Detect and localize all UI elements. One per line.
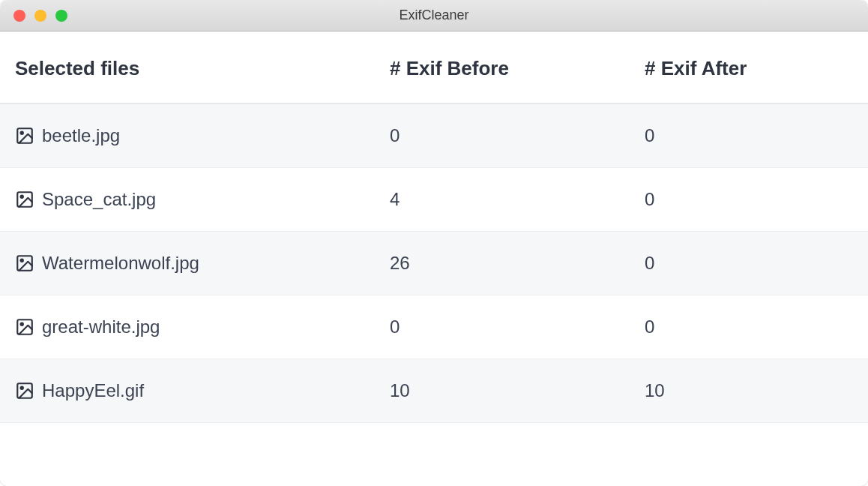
table-body: beetle.jpg00 Space_cat.jpg40 Watermelonw… (0, 104, 868, 423)
filename-label: Space_cat.jpg (42, 189, 156, 210)
table-row[interactable]: Watermelonwolf.jpg260 (0, 232, 868, 296)
minimize-button[interactable] (34, 10, 46, 22)
table-row[interactable]: Space_cat.jpg40 (0, 168, 868, 232)
table-header: Selected files # Exif Before # Exif Afte… (0, 32, 868, 104)
cell-filename: Space_cat.jpg (15, 189, 390, 210)
cell-exif-after: 10 (645, 380, 853, 401)
svg-point-5 (21, 260, 23, 262)
filename-label: great-white.jpg (42, 316, 160, 338)
cell-exif-before: 0 (390, 125, 645, 146)
header-exif-after: # Exif After (645, 57, 853, 80)
table-row[interactable]: beetle.jpg00 (0, 104, 868, 168)
svg-point-3 (21, 196, 23, 198)
svg-point-7 (21, 323, 23, 326)
traffic-lights (0, 10, 67, 22)
cell-exif-before: 26 (390, 253, 645, 274)
cell-filename: great-white.jpg (15, 316, 390, 338)
cell-exif-before: 4 (390, 189, 645, 210)
header-exif-before: # Exif Before (390, 57, 645, 80)
image-icon (15, 254, 34, 273)
cell-exif-after: 0 (645, 316, 853, 338)
close-button[interactable] (13, 10, 25, 22)
cell-exif-before: 10 (390, 380, 645, 401)
cell-filename: beetle.jpg (15, 125, 390, 146)
cell-exif-after: 0 (645, 253, 853, 274)
cell-filename: Watermelonwolf.jpg (15, 253, 390, 274)
filename-label: Watermelonwolf.jpg (42, 253, 199, 274)
filename-label: HappyEel.gif (42, 380, 144, 401)
image-icon (15, 381, 34, 400)
image-icon (15, 126, 34, 146)
cell-filename: HappyEel.gif (15, 380, 390, 401)
header-selected-files: Selected files (15, 57, 390, 80)
svg-point-9 (21, 387, 23, 389)
filename-label: beetle.jpg (42, 125, 120, 146)
cell-exif-before: 0 (390, 316, 645, 338)
table-row[interactable]: great-white.jpg00 (0, 296, 868, 359)
table-row[interactable]: HappyEel.gif1010 (0, 359, 868, 423)
titlebar: ExifCleaner (0, 0, 868, 32)
window-title: ExifCleaner (0, 8, 868, 23)
file-table: Selected files # Exif Before # Exif Afte… (0, 32, 868, 423)
svg-point-1 (21, 132, 23, 134)
cell-exif-after: 0 (645, 189, 853, 210)
image-icon (15, 317, 34, 337)
image-icon (15, 190, 34, 209)
zoom-button[interactable] (55, 10, 67, 22)
cell-exif-after: 0 (645, 125, 853, 146)
